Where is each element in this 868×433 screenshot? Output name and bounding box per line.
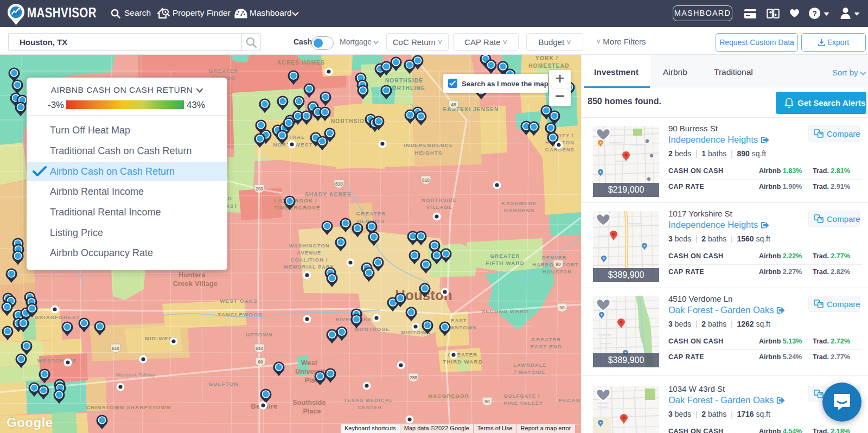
- svg-text:HOMESTEAD: HOMESTEAD: [528, 63, 569, 69]
- svg-text:ACRES HOMES: ACRES HOMES: [277, 60, 325, 66]
- svg-text:GREATER: GREATER: [208, 68, 238, 74]
- svg-text:90: 90: [556, 262, 561, 267]
- svg-text:MACGREGOR: MACGREGOR: [428, 393, 469, 399]
- svg-text:288: 288: [410, 375, 417, 380]
- svg-text:HOUSTON: HOUSTON: [542, 269, 572, 275]
- svg-text:EAST END: EAST END: [531, 343, 563, 349]
- svg-text:NORTHSIDE: NORTHSIDE: [385, 78, 423, 84]
- svg-text:610: 610: [422, 177, 430, 183]
- svg-text:TEXAS MEDICAL: TEXAS MEDICAL: [344, 398, 393, 403]
- svg-text:610: 610: [256, 346, 263, 351]
- svg-text:EAST: EAST: [451, 318, 467, 323]
- svg-text:VILLAGE: VILLAGE: [426, 205, 452, 210]
- svg-text:UPTOWN: UPTOWN: [246, 332, 273, 338]
- svg-text:Place: Place: [303, 407, 321, 415]
- svg-text:TIMBERGROVE: TIMBERGROVE: [274, 205, 320, 211]
- svg-text:GREATER: GREATER: [356, 211, 386, 217]
- svg-text:MONTROSE: MONTROSE: [354, 326, 390, 332]
- svg-text:90: 90: [484, 399, 490, 404]
- svg-text:BRIARFOREST: BRIARFOREST: [35, 314, 80, 320]
- svg-text:GREATER: GREATER: [490, 253, 520, 259]
- svg-text:GULFTON: GULFTON: [208, 381, 238, 387]
- svg-text:Southside: Southside: [292, 399, 326, 406]
- svg-text:KASHMERE: KASHMERE: [501, 200, 537, 206]
- svg-text:GARDENS: GARDENS: [504, 207, 535, 213]
- svg-text:COALITION /: COALITION /: [291, 257, 328, 263]
- svg-text:YORK /: YORK /: [535, 55, 558, 61]
- svg-text:Creek Village: Creek Village: [173, 279, 218, 288]
- svg-text:AVENUE: AVENUE: [297, 250, 322, 256]
- svg-text:45: 45: [451, 102, 456, 107]
- svg-text:HEIGHTS: HEIGHTS: [414, 150, 442, 156]
- svg-text:West: West: [301, 359, 317, 367]
- svg-text:LAWNDALE: LAWNDALE: [513, 362, 547, 368]
- svg-text:90: 90: [559, 305, 565, 310]
- svg-text:610: 610: [112, 346, 119, 351]
- svg-text:WASHINGTON: WASHINGTON: [289, 243, 329, 249]
- svg-text:PECAN: PECAN: [559, 397, 580, 403]
- svg-text:/ WAYSIDE: / WAYSIDE: [514, 370, 545, 375]
- svg-text:610: 610: [335, 181, 343, 187]
- svg-text:?: ?: [812, 9, 817, 18]
- svg-text:CHINATOWN SHARPSTOWN: CHINATOWN SHARPSTOWN: [86, 404, 171, 410]
- svg-text:SHADY ACRES: SHADY ACRES: [305, 192, 352, 198]
- svg-text:Hunters: Hunters: [178, 271, 206, 279]
- svg-text:WEST OAKS: WEST OAKS: [220, 298, 257, 304]
- svg-text:TANGLEWOOD: TANGLEWOOD: [218, 311, 263, 317]
- svg-text:Westpark Tollway: Westpark Tollway: [116, 372, 156, 378]
- svg-text:NORTHSIDE: NORTHSIDE: [422, 198, 457, 203]
- svg-text:290: 290: [256, 186, 263, 192]
- svg-text:GULFGATE /: GULFGATE /: [504, 393, 540, 399]
- svg-text:PINE VALLEY: PINE VALLEY: [504, 400, 544, 406]
- svg-text:GREATER: GREATER: [531, 336, 561, 342]
- svg-text:FIFTH WARD: FIFTH WARD: [486, 260, 525, 266]
- svg-text:NORTHSIDE: NORTHSIDE: [331, 118, 369, 124]
- svg-text:LAZYBROOK /: LAZYBROOK /: [274, 198, 317, 203]
- svg-text:SECOND WARD: SECOND WARD: [482, 308, 529, 314]
- svg-text:THIRD WARD: THIRD WARD: [443, 359, 483, 365]
- svg-text:CENTER: CENTER: [358, 405, 382, 410]
- svg-text:69: 69: [258, 359, 263, 365]
- svg-text:INDEPENDENCE: INDEPENDENCE: [404, 142, 453, 148]
